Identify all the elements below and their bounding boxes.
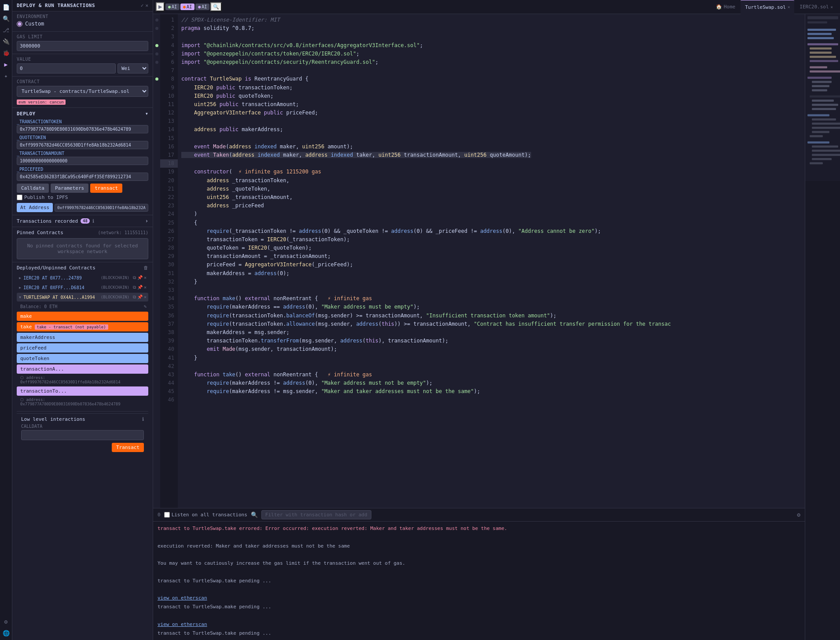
icon-search-bar[interactable]: 🔍	[1, 13, 11, 24]
icon-file[interactable]: 📄	[1, 2, 11, 12]
low-level-info-icon[interactable]: ℹ	[142, 416, 144, 422]
transactions-row[interactable]: Transactions recorded 48 ℹ ›	[12, 215, 153, 227]
at-address-input[interactable]	[55, 204, 148, 212]
contract-row: TurtleSwap - contracts/TurtleSwap.sol	[17, 86, 148, 97]
icon-debug[interactable]: 🐞	[1, 48, 11, 58]
expanded-header[interactable]: ▾ TURTLESWAP AT 0X4A1...A1994 (BLOCKCHAI…	[17, 293, 148, 302]
icon-verify[interactable]: ✦	[1, 70, 11, 81]
contract-label: CONTRACT	[17, 79, 148, 84]
custom-radio[interactable]	[17, 21, 22, 27]
tab-turtleswap[interactable]: TurtleSwap.sol ✕	[741, 0, 794, 14]
icon-git[interactable]: ⎇	[1, 25, 11, 35]
low-transact-button[interactable]: Transact	[112, 443, 144, 452]
maker-address-button[interactable]: makerAddress	[17, 333, 148, 342]
ai-btn-purple[interactable]: ● AI	[195, 4, 209, 10]
evm-version-badge[interactable]: evm version: cancun	[17, 99, 66, 105]
listen-checkbox[interactable]	[164, 512, 170, 518]
quote-token-button[interactable]: quoteToken	[17, 354, 148, 363]
gas-limit-input[interactable]	[17, 41, 148, 51]
deployed-item-1[interactable]: ▸ IERC20 AT 0XFFF...D6814 (BLOCKCHAIN) ⧉…	[17, 283, 148, 292]
close-panel-icon[interactable]: ✕	[145, 3, 148, 8]
tab-bar: ▶ ● AI ● AI ● AI 🔍 🏠 Home TurtleSwap.sol…	[153, 0, 840, 14]
deployed-title: Deployed/Unpinned Contracts	[17, 265, 95, 271]
icon-earth[interactable]: 🌐	[1, 628, 11, 638]
ai-green-dot: ●	[168, 4, 171, 9]
item-1-close-icon[interactable]: ✕	[144, 285, 147, 290]
transaction-a-button[interactable]: transactionA...	[17, 364, 148, 374]
param-label-2: _TRANSACTIONAMOUNT	[17, 151, 148, 156]
deploy-btn-row: Calldata Parameters transact	[17, 184, 148, 193]
custom-radio-row: Custom	[17, 21, 148, 27]
item-1-label: IERC20 AT 0XFFF...D6814	[23, 285, 99, 290]
code-lines[interactable]: // SPDX-License-Identifier: MIT pragma s…	[178, 14, 805, 508]
transact-button[interactable]: transact	[90, 184, 122, 193]
delete-all-icon[interactable]: 🗑	[143, 265, 148, 271]
item-2-tag: (BLOCKCHAIN)	[101, 295, 129, 299]
main-area: ▶ ● AI ● AI ● AI 🔍 🏠 Home TurtleSwap.sol…	[153, 0, 840, 640]
listen-row: Listen on all transactions	[164, 512, 247, 518]
ai-btn-green[interactable]: ● AI	[165, 4, 180, 10]
contract-select[interactable]: TurtleSwap - contracts/TurtleSwap.sol	[17, 86, 148, 97]
param-input-2[interactable]	[17, 157, 148, 165]
item-1-pin-icon[interactable]: 📌	[137, 285, 143, 290]
calldata-button[interactable]: Calldata	[17, 184, 49, 193]
item-0-copy-icon[interactable]: ⧉	[133, 275, 136, 280]
gutter-0	[153, 16, 160, 24]
deployed-item-2-expanded: ▾ TURTLESWAP AT 0X4A1...A1994 (BLOCKCHAI…	[17, 293, 148, 412]
edit-icon[interactable]: ✎	[143, 304, 147, 309]
item-0-close-icon[interactable]: ✕	[144, 275, 147, 280]
icon-settings[interactable]: ⚙	[1, 616, 11, 627]
item-0-pin-icon[interactable]: 📌	[137, 275, 143, 280]
log-search-icon[interactable]: 🔍	[251, 511, 258, 518]
take-button[interactable]: take take - transact (not payable)	[17, 322, 148, 331]
parameters-button[interactable]: Parameters	[51, 184, 88, 193]
deployed-item-0[interactable]: ▸ IERC20 AT 0X77...24789 (BLOCKCHAIN) ⧉ …	[17, 273, 148, 282]
code-content[interactable]: 1234567 891011121314 15161718 1920212223…	[153, 14, 805, 508]
value-unit-select[interactable]: Wei Gwei Finney Ether	[117, 63, 148, 74]
param-input-3[interactable]	[17, 173, 148, 181]
code-area: 1234567 891011121314 15161718 1920212223…	[153, 14, 840, 640]
environment-section: ENVIRONMENT Custom	[12, 11, 153, 32]
tab-ierc20-close-icon[interactable]: ✕	[831, 5, 833, 9]
price-feed-button[interactable]: priceFeed	[17, 343, 148, 353]
value-row: Wei Gwei Finney Ether	[17, 63, 148, 74]
etherscan-link-0[interactable]: view on etherscan	[158, 595, 207, 601]
calldata-input[interactable]	[21, 430, 144, 440]
etherscan-link-1[interactable]: view on etherscan	[158, 622, 207, 627]
run-button[interactable]: ▶	[156, 2, 165, 11]
icon-deploy[interactable]: ▶	[1, 59, 11, 70]
ai-purple-dot: ●	[198, 4, 201, 9]
check-icon[interactable]: ✓	[141, 3, 144, 8]
log-settings-icon[interactable]: ⚙	[797, 511, 800, 518]
search-button[interactable]: 🔍	[210, 2, 222, 11]
param-input-1[interactable]	[17, 141, 148, 149]
log-line-2: execution reverted: Maker and taker addr…	[158, 542, 800, 551]
tab-ierc20[interactable]: IERC20.sol ✕	[795, 0, 837, 14]
at-address-button[interactable]: At Address	[17, 203, 53, 212]
deploy-section: DEPLOY ▾ _TRANSACTIONTOKEN _QUOTETOKEN _…	[12, 108, 153, 215]
tab-turtleswap-close-icon[interactable]: ✕	[788, 5, 790, 9]
code-editor: 1234567 891011121314 15161718 1920212223…	[153, 14, 805, 640]
item-1-copy-icon[interactable]: ⧉	[133, 285, 136, 290]
item-2-close-icon[interactable]: ✕	[144, 294, 147, 300]
gutter	[153, 14, 160, 508]
tx-info-icon[interactable]: ℹ	[92, 218, 94, 224]
transaction-to-button[interactable]: transactionTo...	[17, 386, 148, 396]
item-2-pin-icon[interactable]: 📌	[137, 294, 143, 300]
param-label-1: _QUOTETOKEN	[17, 135, 148, 140]
make-button[interactable]: make	[17, 312, 148, 321]
deployed-section: Deployed/Unpinned Contracts 🗑 ▸ IERC20 A…	[12, 262, 153, 457]
tab-home[interactable]: 🏠 Home	[712, 2, 740, 11]
publish-ipfs-checkbox[interactable]	[17, 195, 22, 200]
transaction-to-tooltip: ⬡ address: 0x779877A780D9E80031690Db0783…	[17, 397, 148, 408]
log-line-5	[158, 568, 800, 577]
gutter-1	[153, 24, 160, 33]
value-input[interactable]	[17, 63, 116, 74]
item-2-copy-icon[interactable]: ⧉	[133, 294, 136, 300]
ai-btn-orange[interactable]: ● AI	[180, 4, 194, 10]
filter-input[interactable]	[261, 510, 371, 519]
icon-plugin[interactable]: 🔌	[1, 36, 11, 47]
param-input-0[interactable]	[17, 125, 148, 133]
log-line-3	[158, 550, 800, 559]
deploy-header[interactable]: DEPLOY ▾	[17, 110, 148, 117]
